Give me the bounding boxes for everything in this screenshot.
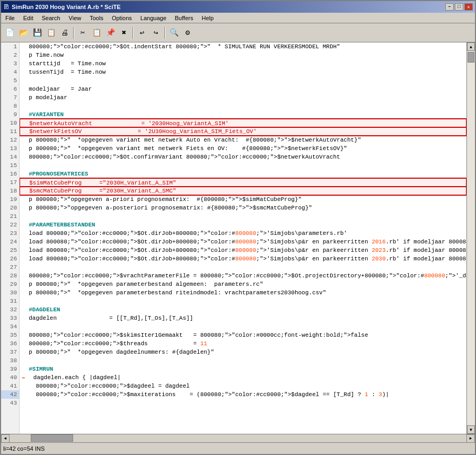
cursor-position: li=42 co=54 INS <box>3 445 45 452</box>
find-button[interactable]: 🔍 <box>168 27 180 39</box>
line-number-25: 25 <box>1 246 19 255</box>
toolbar-sep-1 <box>73 27 74 39</box>
status-bar: li=42 co=54 INS <box>1 442 475 454</box>
save-close-button[interactable]: 📋 <box>45 27 57 39</box>
line-number-21: 21 <box>1 212 19 221</box>
code-line-41: 800080;">"color:#cc0000;">$dagdeel = dag… <box>20 382 466 390</box>
line-number-6: 6 <box>1 85 19 93</box>
code-line-29: p 800080;">" *opgegeven parameterbestand… <box>20 280 466 288</box>
code-line-19: p 800080;">"opgegeven a-priori prognosem… <box>20 195 466 204</box>
copy-button[interactable]: 📋 <box>90 27 103 39</box>
line-number-28: 28 <box>1 272 19 280</box>
code-line-40: – dagdelen.each { |dagdeel| <box>20 373 466 382</box>
code-line-8 <box>20 102 466 110</box>
line-number-16: 16 <box>1 170 19 178</box>
menu-search[interactable]: Search <box>38 13 65 23</box>
code-line-16: #PROGNOSEMATRICES <box>20 170 466 178</box>
code-line-21 <box>20 212 466 221</box>
menu-edit[interactable]: Edit <box>19 13 38 23</box>
code-line-13: p 800080;">" *opgegeven variant met netw… <box>20 144 466 153</box>
code-line-1: 800080;">"color:#cc0000;">$Ot.indentStar… <box>20 42 466 51</box>
line-number-35: 35 <box>1 331 19 339</box>
code-line-6: modeljaar = Jaar <box>20 85 466 93</box>
line-number-4: 4 <box>1 68 19 76</box>
horizontal-scrollbar[interactable]: ◄ ► <box>1 434 475 442</box>
open-button[interactable]: 📂 <box>17 27 30 39</box>
code-line-20: p 800080;">"opgegeven a-posteriori progn… <box>20 204 466 212</box>
line-number-11: 11 <box>1 127 19 136</box>
code-line-23: load 800080;">"color:#cc0000;">$Ot.dirJo… <box>20 229 466 238</box>
menu-view[interactable]: View <box>65 13 86 23</box>
code-line-15 <box>20 161 466 170</box>
code-line-26: load 800080;">"color:#cc0000;">$Ot.dirJo… <box>20 255 466 263</box>
vertical-scrollbar[interactable]: ▲ ▼ <box>466 42 475 434</box>
editor-container: 1234567891011121314151617181920212223242… <box>1 42 475 434</box>
line-number-9: 9 <box>1 110 19 119</box>
title-bar: 🖹 SimRun 2030 Hoog Variant A.rb * SciTE … <box>1 1 475 13</box>
scroll-track[interactable] <box>467 51 475 425</box>
toolbar-sep-2 <box>133 27 134 39</box>
scroll-down-button[interactable]: ▼ <box>467 425 475 434</box>
line-number-13: 13 <box>1 144 19 153</box>
close-button[interactable]: ✕ <box>464 3 473 11</box>
line-number-37: 37 <box>1 348 19 356</box>
properties-button[interactable]: ⚙ <box>181 27 194 39</box>
code-line-11: $netwerkFietsOV = '2U30Hoog_VariantA_SIM… <box>20 127 466 136</box>
maximize-button[interactable]: □ <box>455 3 463 11</box>
line-number-29: 29 <box>1 280 19 288</box>
line-number-12: 12 <box>1 136 19 144</box>
scroll-left-button[interactable]: ◄ <box>1 434 10 443</box>
line-number-26: 26 <box>1 255 19 263</box>
line-number-8: 8 <box>1 102 19 110</box>
code-line-17: $simMatCubeProg ="2030H_Variant_A_SIM" <box>20 178 466 187</box>
paste-button[interactable]: 📌 <box>104 27 117 39</box>
line-number-34: 34 <box>1 322 19 331</box>
menu-options[interactable]: Options <box>108 13 136 23</box>
scroll-thumb[interactable] <box>468 52 474 63</box>
menu-help[interactable]: Help <box>197 13 218 23</box>
code-line-33: dagdelen = [[T_Rd],[T_Os],[T_As]] <box>20 314 466 322</box>
code-line-14: 800080;">"color:#cc0000;">$Ot.confirmVar… <box>20 153 466 161</box>
line-number-38: 38 <box>1 356 19 365</box>
menu-bar: File Edit Search View Tools Options Lang… <box>1 13 475 23</box>
toolbar: 📄 📂 💾 📋 🖨 ✂ 📋 📌 ✖ ↩ ↪ 🔍 ⚙ <box>1 23 475 42</box>
code-line-34 <box>20 322 466 331</box>
delete-button[interactable]: ✖ <box>118 27 130 39</box>
undo-button[interactable]: ↩ <box>136 27 148 39</box>
save-button[interactable]: 💾 <box>31 27 43 39</box>
minimize-button[interactable]: – <box>445 3 454 11</box>
line-number-3: 3 <box>1 59 19 68</box>
code-line-22: #PARAMETERBESTANDEN <box>20 221 466 229</box>
new-button[interactable]: 📄 <box>3 27 16 39</box>
scroll-right-button[interactable]: ► <box>466 434 475 443</box>
cut-button[interactable]: ✂ <box>76 27 89 39</box>
menu-buffers[interactable]: Buffers <box>171 13 198 23</box>
hscroll-thumb[interactable] <box>31 434 73 442</box>
code-line-12: p 800080;">" *opgegeven variant met netw… <box>20 136 466 144</box>
code-line-4: tussenTijd = Time.now <box>20 68 466 76</box>
line-number-18: 18 <box>1 187 19 195</box>
print-button[interactable]: 🖨 <box>58 27 71 39</box>
hscroll-track[interactable] <box>10 434 466 442</box>
main-window: 🖹 SimRun 2030 Hoog Variant A.rb * SciTE … <box>0 0 476 455</box>
scroll-up-button[interactable]: ▲ <box>467 42 475 51</box>
redo-button[interactable]: ↪ <box>149 27 162 39</box>
line-number-19: 19 <box>1 195 19 204</box>
code-line-30: p 800080;">" *opgegeven parameterbestand… <box>20 288 466 297</box>
line-number-14: 14 <box>1 153 19 161</box>
code-line-39: #SIMRUN <box>20 365 466 373</box>
code-line-28: 800080;">"color:#cc0000;">$vrachtParamet… <box>20 272 466 280</box>
code-line-5 <box>20 76 466 85</box>
menu-tools[interactable]: Tools <box>85 13 108 23</box>
menu-language[interactable]: Language <box>136 13 171 23</box>
line-number-1: 1 <box>1 42 19 51</box>
line-number-27: 27 <box>1 263 19 272</box>
line-number-2: 2 <box>1 51 19 59</box>
menu-file[interactable]: File <box>1 13 19 23</box>
line-number-24: 24 <box>1 238 19 246</box>
line-number-31: 31 <box>1 297 19 305</box>
line-number-42: 42 <box>1 390 19 399</box>
line-number-36: 36 <box>1 339 19 348</box>
code-area[interactable]: 800080;">"color:#cc0000;">$Ot.indentStar… <box>20 42 466 434</box>
code-line-35: 800080;">"color:#cc0000;">$skimsIter1Gem… <box>20 331 466 339</box>
